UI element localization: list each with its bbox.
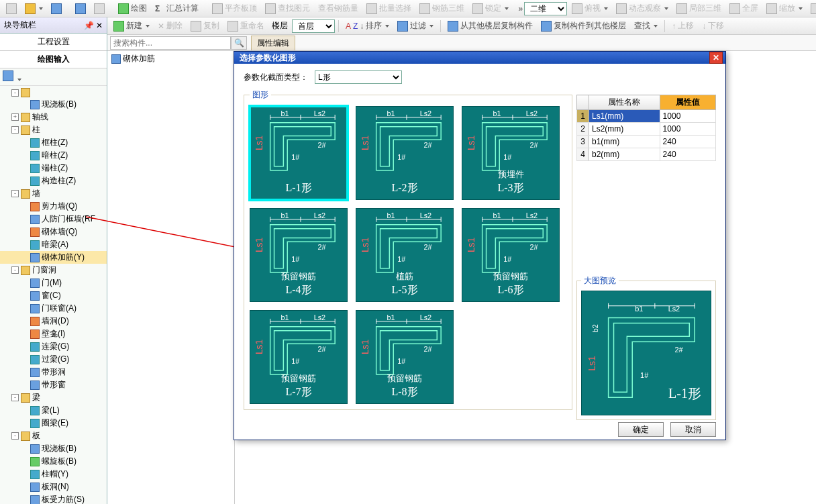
shape-option[interactable]: b1Ls22#1#Ls1预留钢筋L-7形 <box>250 310 348 404</box>
tree-item[interactable]: 人防门框墙(RF <box>0 213 107 225</box>
list-item[interactable]: 砌体加筋 <box>107 51 234 66</box>
undo-button[interactable] <box>72 2 89 15</box>
tree-item[interactable]: 框柱(Z) <box>0 136 107 149</box>
pan-button: 平移 <box>807 1 816 15</box>
tree-item[interactable]: -墙 <box>0 187 107 200</box>
tree-item[interactable]: -板 <box>0 430 107 442</box>
tree-toggle[interactable]: - <box>11 190 19 197</box>
copy-to-floor-button[interactable]: 复制构件到其他楼层 <box>538 19 629 33</box>
tree-toggle[interactable]: - <box>11 89 19 97</box>
save-button[interactable] <box>48 2 65 15</box>
tree-item[interactable]: 螺旋板(B) <box>0 455 107 468</box>
section-type-select[interactable]: L形 <box>315 70 402 84</box>
tree-item[interactable]: +轴线 <box>0 111 107 123</box>
blue-icon <box>30 495 40 505</box>
view-mode-select[interactable]: 二维 <box>524 2 567 15</box>
tree-toggle[interactable]: - <box>11 126 19 134</box>
tab-draw-input[interactable]: 绘图输入 <box>0 51 107 68</box>
shape-option[interactable]: b1Ls22#1#Ls1预留钢筋L-4形 <box>250 208 348 302</box>
table-row[interactable]: 4b2(mm)240 <box>577 148 716 161</box>
property-edit-tab[interactable]: 属性编辑 <box>251 36 295 50</box>
tree-item[interactable]: - <box>0 87 107 98</box>
tree-toggle[interactable]: - <box>11 394 19 401</box>
component-list[interactable]: 砌体加筋 <box>107 51 235 504</box>
draw-button[interactable]: 绘图 <box>115 1 150 15</box>
shape-option[interactable]: b1Ls22#1#Ls1预留钢筋L-6形 <box>462 208 560 302</box>
search-button[interactable]: 🔍 <box>231 36 247 50</box>
shape-option[interactable]: b1Ls22#1#Ls1预埋件L-3形 <box>462 106 560 200</box>
find-button[interactable]: 查找 <box>631 19 661 33</box>
svg-text:b2: b2 <box>591 324 599 332</box>
tree-item[interactable]: 砌体加筋(Y) <box>0 251 107 264</box>
tree-label: 板洞(N) <box>42 481 69 493</box>
summary-button[interactable]: Σ 汇总计算 <box>152 1 202 15</box>
tree-toggle[interactable]: - <box>11 432 19 440</box>
tree-item[interactable]: 窗(C) <box>0 289 107 302</box>
tree-label: 人防门框墙(RF <box>42 213 95 225</box>
search-input[interactable] <box>110 36 231 50</box>
prop-value[interactable]: 1000 <box>660 110 715 123</box>
teal-icon <box>30 355 40 364</box>
tree-label: 带形窗 <box>42 379 66 391</box>
prop-value[interactable]: 1000 <box>660 123 715 136</box>
tree-item[interactable]: 板受力筋(S) <box>0 493 107 504</box>
tree-item[interactable]: 带形窗 <box>0 379 107 391</box>
table-row[interactable]: 1Ls1(mm)1000 <box>577 110 716 123</box>
tree-item[interactable]: 圈梁(E) <box>0 417 107 430</box>
shape-option[interactable]: b1Ls22#1#Ls1L-1形 <box>250 106 348 200</box>
tree-label: 螺旋板(B) <box>42 456 76 467</box>
ok-button[interactable]: 确定 <box>618 422 664 437</box>
row-number: 4 <box>577 148 589 161</box>
tree-toggle[interactable]: + <box>11 113 19 121</box>
nav-tree[interactable]: -现浇板(B)+轴线-柱框柱(Z)暗柱(Z)端柱(Z)构造柱(Z)-墙剪力墙(Q… <box>0 86 107 504</box>
open-button[interactable] <box>21 2 46 15</box>
tree-item[interactable]: 构造柱(Z) <box>0 174 107 187</box>
tree-item[interactable]: -梁 <box>0 391 107 404</box>
copy-from-floor-button[interactable]: 从其他楼层复制构件 <box>444 19 536 33</box>
floor-select[interactable]: 首层 <box>292 19 335 33</box>
table-row[interactable]: 3b1(mm)240 <box>577 136 716 148</box>
tab-project[interactable]: 工程设置 <box>0 34 107 51</box>
tree-item[interactable]: 带形洞 <box>0 366 107 379</box>
tree-item[interactable]: 现浇板(B) <box>0 98 107 111</box>
shape-option[interactable]: b1Ls22#1#Ls1植筋L-5形 <box>356 208 454 302</box>
shape-option[interactable]: b1Ls22#1#Ls1预留钢筋L-8形 <box>356 310 454 404</box>
prop-value[interactable]: 240 <box>660 148 715 161</box>
svg-text:Ls2: Ls2 <box>526 213 538 219</box>
tree-item[interactable]: 暗柱(Z) <box>0 149 107 162</box>
prop-value[interactable]: 240 <box>660 136 715 148</box>
tree-item[interactable]: 板洞(N) <box>0 481 107 493</box>
new-component-button[interactable]: 新建 <box>110 19 153 33</box>
tree-item[interactable]: 门(M) <box>0 276 107 289</box>
pin-icon[interactable]: 📌 ✕ <box>84 21 103 30</box>
shape-option[interactable]: b1Ls22#1#Ls1L-2形 <box>356 106 454 200</box>
property-table[interactable]: 属性名称 属性值 1Ls1(mm)10002Ls2(mm)10003b1(mm)… <box>576 95 716 161</box>
tree-item[interactable]: 门联窗(A) <box>0 302 107 315</box>
tree-item[interactable]: 砌体墙(Q) <box>0 225 107 238</box>
tree-item[interactable]: 现浇板(B) <box>0 442 107 455</box>
tree-item[interactable]: 壁龛(I) <box>0 327 107 340</box>
tree-item[interactable]: 剪力墙(Q) <box>0 200 107 213</box>
teal-icon <box>30 470 40 479</box>
filter-button[interactable]: 过滤 <box>394 19 437 33</box>
tree-item[interactable]: -门窗洞 <box>0 264 107 276</box>
new-file-button[interactable] <box>3 2 20 15</box>
pencil-icon <box>118 3 129 14</box>
tree-item[interactable]: 梁(L) <box>0 404 107 417</box>
tree-item[interactable]: 暗梁(A) <box>0 238 107 251</box>
sort-button[interactable]: AZ↓ 排序 <box>342 19 393 33</box>
tree-item[interactable]: -柱 <box>0 123 107 136</box>
tree-item[interactable]: 连梁(G) <box>0 340 107 353</box>
tree-config-icon[interactable] <box>3 70 13 81</box>
tree-toggle[interactable]: - <box>11 266 19 274</box>
tree-item[interactable]: 过梁(G) <box>0 353 107 366</box>
tree-item[interactable]: 柱帽(Y) <box>0 468 107 481</box>
preview-legend: 大图预览 <box>581 275 619 287</box>
cancel-button[interactable]: 取消 <box>670 422 716 437</box>
prop-name: b1(mm) <box>589 136 660 148</box>
tree-item[interactable]: 端柱(Z) <box>0 162 107 174</box>
table-row[interactable]: 2Ls2(mm)1000 <box>577 123 716 136</box>
tree-item[interactable]: 墙洞(D) <box>0 315 107 327</box>
close-button[interactable]: ✕ <box>709 52 723 64</box>
dialog-titlebar[interactable]: 选择参数化图形 ✕ <box>234 52 725 64</box>
